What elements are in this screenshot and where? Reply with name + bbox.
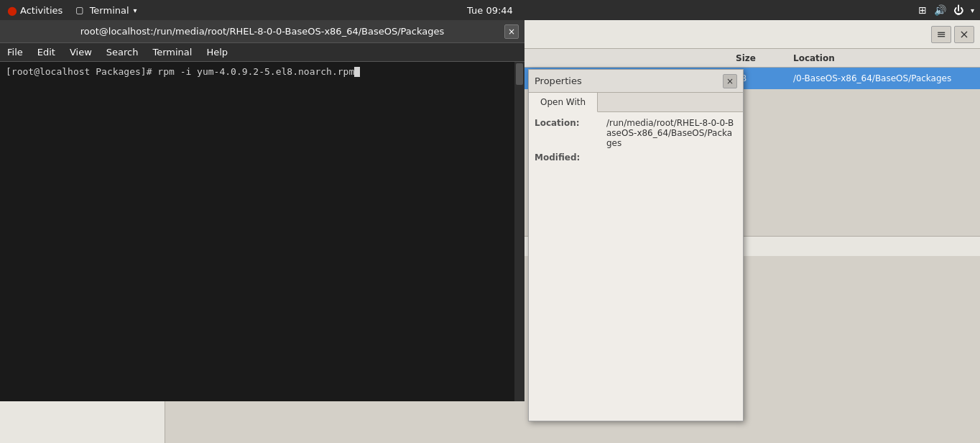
file-location-cell: /0-BaseOS-x86_64/BaseOS/Packages	[793, 73, 980, 83]
terminal-window-close-icon: ×	[508, 27, 515, 37]
tab-open-with[interactable]: Open With	[529, 93, 598, 112]
terminal-menu-terminal[interactable]: Terminal	[148, 45, 196, 59]
topbar-datetime: Tue 09:44	[467, 5, 513, 16]
modified-value	[606, 152, 737, 163]
hamburger-icon: ≡	[936, 27, 946, 41]
terminal-prompt-line: [root@localhost Packages]# rpm -i yum-4.…	[6, 66, 354, 77]
properties-dialog: Properties × Open With Location: /run/me…	[528, 69, 744, 421]
terminal-menu-edit[interactable]: Edit	[33, 45, 60, 59]
terminal-menu-search[interactable]: Search	[102, 45, 143, 59]
col-location-header[interactable]: Location	[793, 53, 980, 63]
activities-label: Activities	[20, 5, 63, 16]
terminal-dropdown-icon: ▾	[134, 6, 137, 14]
terminal-label-text: Terminal	[90, 5, 129, 16]
topbar-right: ⊞ 🔊 ⏻ ▾	[918, 4, 980, 16]
terminal-menu-button[interactable]: ▢ Terminal ▾	[75, 5, 137, 16]
power-icon[interactable]: ⏻	[953, 4, 963, 16]
location-label: Location:	[535, 118, 606, 148]
terminal-menu-file[interactable]: File	[3, 45, 27, 59]
file-size-cell: kB	[736, 73, 793, 83]
properties-tabs: Open With	[529, 93, 743, 112]
properties-modified-row: Modified:	[535, 152, 737, 163]
terminal-scrollbar[interactable]	[514, 62, 524, 401]
terminal-window: root@localhost:/run/media/root/RHEL-8-0-…	[0, 20, 524, 401]
terminal-menu-view[interactable]: View	[65, 45, 96, 59]
terminal-titlebar: root@localhost:/run/media/root/RHEL-8-0-…	[0, 20, 524, 43]
terminal-menu-help[interactable]: Help	[202, 45, 232, 59]
col-size-header[interactable]: Size	[736, 53, 793, 63]
topbar-left: ● Activities ▢ Terminal ▾	[0, 2, 137, 19]
close-fm-icon: ×	[959, 27, 969, 41]
power-dropdown-icon[interactable]: ▾	[971, 6, 974, 14]
terminal-menubar: File Edit View Search Terminal Help	[0, 43, 524, 62]
modified-label: Modified:	[535, 152, 606, 163]
location-value: /run/media/root/RHEL-8-0-0-BaseOS-x86_64…	[606, 118, 737, 148]
properties-close-button[interactable]: ×	[723, 74, 737, 88]
display-icon[interactable]: ⊞	[918, 4, 927, 16]
close-file-manager-button[interactable]: ×	[954, 26, 974, 43]
main-area: ≡ × Name Size Location kB /0-BaseOS-x86_…	[0, 20, 980, 443]
terminal-body[interactable]: [root@localhost Packages]# rpm -i yum-4.…	[0, 62, 524, 401]
hamburger-menu-button[interactable]: ≡	[931, 26, 951, 43]
activities-button[interactable]: ● Activities	[3, 2, 67, 19]
properties-title: Properties	[535, 76, 582, 86]
volume-icon[interactable]: 🔊	[934, 4, 946, 16]
terminal-title: root@localhost:/run/media/root/RHEL-8-0-…	[20, 26, 504, 37]
properties-content: Location: /run/media/root/RHEL-8-0-0-Bas…	[529, 112, 743, 173]
terminal-cursor	[354, 67, 360, 77]
terminal-scroll-thumb[interactable]	[516, 63, 523, 85]
topbar: ● Activities ▢ Terminal ▾ Tue 09:44 ⊞ 🔊 …	[0, 0, 980, 20]
properties-location-row: Location: /run/media/root/RHEL-8-0-0-Bas…	[535, 118, 737, 148]
rhel-icon: ●	[7, 4, 17, 17]
terminal-window-close-button[interactable]: ×	[504, 24, 519, 39]
properties-titlebar: Properties ×	[529, 70, 743, 93]
properties-close-icon: ×	[726, 76, 734, 86]
terminal-window-icon: ▢	[75, 5, 83, 15]
